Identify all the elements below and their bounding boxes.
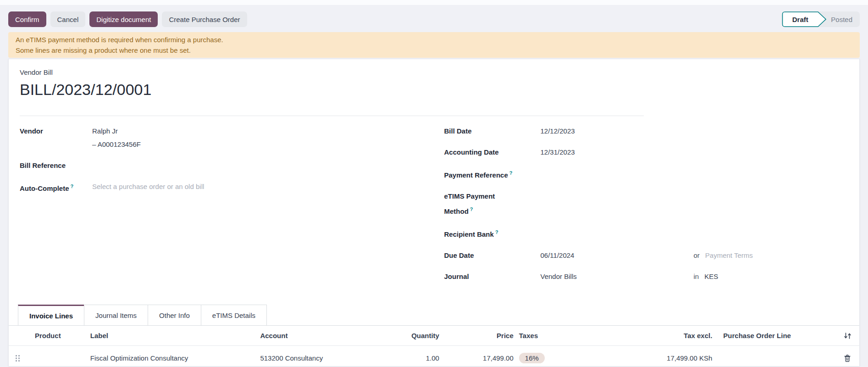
bill-reference-input[interactable] [92, 159, 434, 172]
tab-invoice-lines[interactable]: Invoice Lines [18, 305, 84, 325]
currency-cell: inKES [694, 270, 849, 283]
invoice-line-row[interactable]: Fiscal Optimization Consultancy 513200 C… [9, 346, 859, 367]
bill-date-value[interactable]: 12/12/2023 [541, 124, 666, 138]
due-date-label: Due Date [444, 249, 513, 262]
journal-field-row: Journal Vendor Bills inKES [444, 270, 849, 283]
recipient-bank-help-icon: ? [495, 229, 498, 235]
status-draft[interactable]: Draft [782, 11, 826, 27]
status-posted-label: Posted [831, 16, 852, 23]
header-label[interactable]: Label [82, 332, 252, 339]
warning-line-2: Some lines are missing a product where o… [16, 45, 852, 56]
etims-payment-method-field-row: eTIMS Payment Method? [444, 189, 849, 218]
vendor-vat-value[interactable]: – A000123456F [92, 138, 434, 151]
recipient-bank-input[interactable] [541, 226, 666, 241]
payment-reference-label: Payment Reference? [444, 167, 513, 182]
title-divider [20, 116, 644, 116]
tab-other-info-label: Other Info [159, 311, 190, 319]
payment-reference-help-icon: ? [509, 170, 513, 176]
accounting-date-field-row: Accounting Date 12/31/2023 [444, 145, 849, 159]
vendor-label: Vendor [20, 124, 92, 151]
header-product[interactable]: Product [27, 332, 82, 339]
cell-account[interactable]: 513200 Consultancy [251, 354, 407, 362]
payment-reference-input[interactable] [541, 167, 666, 182]
recipient-bank-label-text: Recipient Bank [444, 230, 494, 238]
header-account[interactable]: Account [251, 332, 407, 339]
auto-complete-help-icon: ? [71, 184, 74, 189]
table-header-row: Product Label Account Quantity Price Tax… [9, 326, 859, 346]
digitize-document-button[interactable]: Digitize document [89, 11, 158, 27]
payment-reference-label-text: Payment Reference [444, 171, 508, 179]
tab-journal-items-label: Journal Items [95, 311, 137, 319]
optional-columns-icon[interactable] [843, 331, 852, 340]
header-quantity[interactable]: Quantity [407, 332, 448, 339]
vendor-name-value[interactable]: Ralph Jr [92, 124, 434, 138]
delete-row-icon[interactable] [843, 354, 851, 363]
due-date-value[interactable]: 06/11/2024 [541, 249, 666, 262]
document-type-label: Vendor Bill [20, 68, 848, 76]
drag-handle-icon[interactable] [15, 354, 21, 363]
cell-price[interactable]: 17,499.00 [448, 354, 517, 362]
cell-tax-excl: 17,499.00 KSh [659, 354, 715, 362]
vendor-bill-form-sheet: Vendor Bill BILL/2023/12/0001 Vendor Ral… [8, 59, 860, 366]
bill-date-label: Bill Date [444, 124, 513, 138]
confirm-button[interactable]: Confirm [8, 11, 46, 27]
bill-reference-label: Bill Reference [20, 159, 92, 172]
warning-line-1: An eTIMS payment method is required when… [16, 34, 852, 45]
payment-terms-cell: orPayment Terms [694, 249, 849, 262]
right-field-group: Bill Date 12/12/2023 Accounting Date 12/… [434, 124, 849, 291]
warning-banner: An eTIMS payment method is required when… [8, 32, 860, 58]
recipient-bank-label: Recipient Bank? [444, 226, 513, 241]
accounting-date-label: Accounting Date [444, 145, 513, 159]
tab-invoice-lines-label: Invoice Lines [29, 312, 73, 320]
form-statusbar: Confirm Cancel Digitize document Create … [0, 6, 868, 32]
tax-badge[interactable]: 16% [519, 353, 545, 363]
etims-payment-method-help-icon: ? [470, 206, 473, 212]
accounting-date-value[interactable]: 12/31/2023 [541, 145, 666, 159]
header-tax-excl[interactable]: Tax excl. [659, 332, 715, 339]
invoice-lines-table: Product Label Account Quantity Price Tax… [9, 326, 859, 367]
tab-etims-details-label: eTIMS Details [212, 311, 255, 319]
tab-other-info[interactable]: Other Info [148, 305, 201, 325]
field-columns: Vendor Ralph Jr – A000123456F Bill Refer… [20, 124, 848, 291]
create-purchase-order-button[interactable]: Create Purchase Order [162, 11, 247, 27]
payment-reference-field-row: Payment Reference? [444, 167, 849, 182]
in-conjunction: in [694, 272, 699, 280]
header-purchase-order-line[interactable]: Purchase Order Line [715, 332, 835, 339]
header-price[interactable]: Price [448, 332, 517, 339]
status-draft-label: Draft [782, 11, 818, 27]
left-field-group: Vendor Ralph Jr – A000123456F Bill Refer… [20, 124, 434, 291]
due-date-field-row: Due Date 06/11/2024 orPayment Terms [444, 249, 849, 262]
auto-complete-label: Auto-Complete? [20, 180, 92, 195]
auto-complete-input[interactable]: Select a purchase order or an old bill [92, 180, 434, 195]
notebook-tabs: Invoice Lines Journal Items Other Info e… [9, 305, 859, 326]
etims-payment-method-label: eTIMS Payment Method? [444, 189, 513, 218]
auto-complete-field-row: Auto-Complete? Select a purchase order o… [20, 180, 434, 195]
journal-label: Journal [444, 270, 513, 283]
vendor-field-row: Vendor Ralph Jr – A000123456F [20, 124, 434, 151]
bill-reference-field-row: Bill Reference [20, 159, 434, 172]
currency-value[interactable]: KES [704, 272, 718, 280]
etims-payment-method-label-text: eTIMS Payment Method [444, 192, 495, 215]
status-pipeline: Draft Posted [782, 11, 860, 27]
cell-quantity[interactable]: 1.00 [407, 354, 448, 362]
document-name[interactable]: BILL/2023/12/0001 [20, 79, 848, 100]
auto-complete-label-text: Auto-Complete [20, 184, 69, 192]
cell-label[interactable]: Fiscal Optimization Consultancy [82, 354, 252, 362]
tab-etims-details[interactable]: eTIMS Details [201, 305, 267, 325]
header-taxes[interactable]: Taxes [517, 332, 659, 339]
top-navbar-edge [0, 0, 868, 6]
or-conjunction: or [694, 251, 700, 259]
tab-journal-items[interactable]: Journal Items [84, 305, 148, 325]
bill-date-field-row: Bill Date 12/12/2023 [444, 124, 849, 138]
cancel-button[interactable]: Cancel [50, 11, 86, 27]
payment-terms-input[interactable]: Payment Terms [705, 251, 753, 259]
status-posted[interactable]: Posted [826, 11, 860, 27]
recipient-bank-field-row: Recipient Bank? [444, 226, 849, 241]
etims-payment-method-input[interactable] [541, 189, 666, 218]
journal-value[interactable]: Vendor Bills [541, 270, 666, 283]
